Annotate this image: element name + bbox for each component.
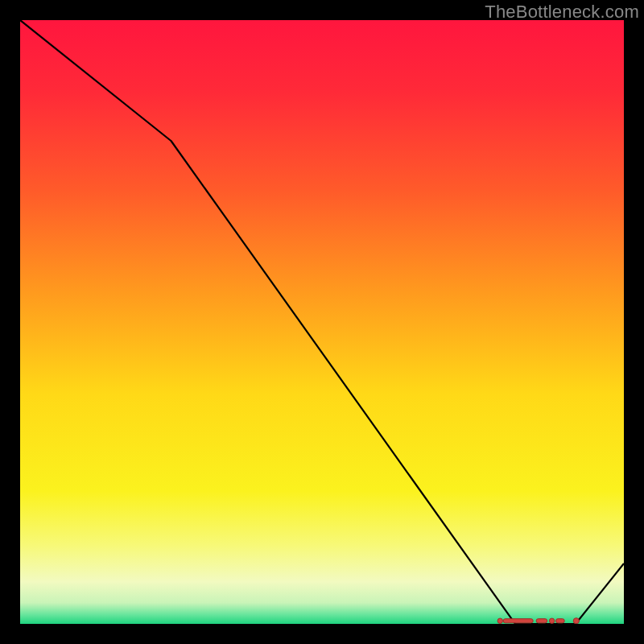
chart-container: TheBottleneck.com <box>0 0 644 644</box>
svg-point-0 <box>497 618 502 623</box>
plot-area <box>20 20 624 624</box>
svg-rect-4 <box>555 619 564 623</box>
svg-rect-2 <box>536 619 547 623</box>
watermark-label: TheBottleneck.com <box>485 2 639 23</box>
svg-point-5 <box>573 618 579 624</box>
svg-point-3 <box>549 618 554 623</box>
svg-rect-1 <box>503 619 533 623</box>
chart-svg <box>20 20 624 624</box>
gradient-background <box>20 20 624 624</box>
